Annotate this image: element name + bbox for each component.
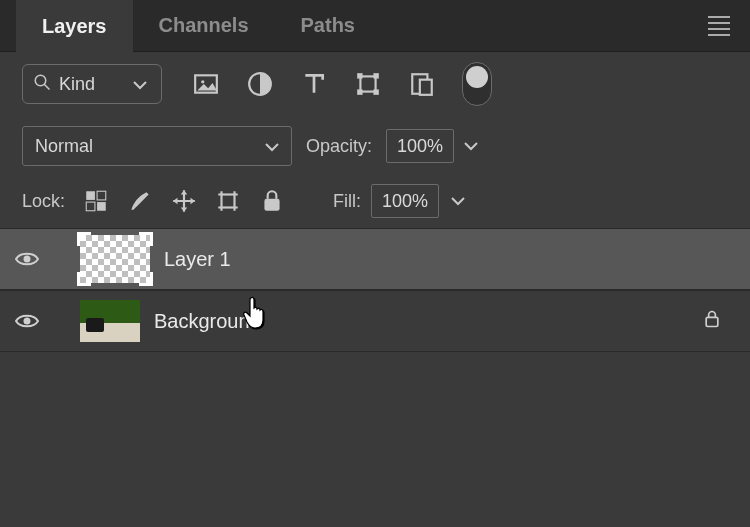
svg-rect-14: [86, 202, 95, 211]
opacity-value-input[interactable]: 100%: [386, 129, 454, 163]
layer-name[interactable]: Layer 1: [164, 248, 730, 271]
tab-paths[interactable]: Paths: [275, 0, 381, 51]
lock-row: Lock: Fill: 100%: [0, 174, 750, 228]
blend-mode-value: Normal: [35, 136, 93, 157]
filter-type-label: Kind: [59, 74, 95, 95]
svg-line-1: [44, 84, 49, 89]
visibility-eye-icon[interactable]: [14, 312, 40, 330]
svg-rect-13: [97, 191, 106, 200]
panel-tabs: Layers Channels Paths: [0, 0, 750, 52]
filter-shape-icon[interactable]: [354, 70, 382, 98]
svg-rect-15: [97, 202, 106, 211]
svg-point-3: [201, 80, 204, 83]
svg-point-18: [24, 256, 31, 263]
lock-artboard-icon[interactable]: [215, 187, 241, 215]
lock-transparent-icon[interactable]: [83, 187, 109, 215]
fill-value-input[interactable]: 100%: [371, 184, 439, 218]
svg-rect-11: [420, 80, 432, 95]
svg-rect-6: [357, 73, 362, 78]
filter-type-text-icon[interactable]: [300, 70, 328, 98]
layer-row[interactable]: Background: [0, 290, 750, 352]
chevron-down-icon: [133, 74, 147, 95]
fill-chevron-icon[interactable]: [449, 194, 467, 208]
svg-rect-5: [360, 76, 375, 91]
search-icon: [33, 73, 51, 96]
lock-all-icon[interactable]: [259, 187, 285, 215]
layer-lock-icon[interactable]: [702, 307, 722, 335]
svg-point-19: [24, 318, 31, 325]
layer-row[interactable]: Layer 1: [0, 228, 750, 290]
tab-layers[interactable]: Layers: [16, 0, 133, 52]
filter-adjustment-icon[interactable]: [246, 70, 274, 98]
svg-rect-12: [86, 191, 95, 200]
layer-thumbnail[interactable]: [80, 300, 140, 342]
chevron-down-icon: [265, 136, 279, 157]
panel-menu-icon[interactable]: [708, 14, 732, 38]
svg-rect-8: [357, 89, 362, 94]
blend-row: Normal Opacity: 100%: [0, 116, 750, 174]
lock-label: Lock:: [22, 191, 65, 212]
lock-position-icon[interactable]: [171, 187, 197, 215]
filter-icons: [192, 62, 492, 106]
fill-label: Fill:: [333, 191, 361, 212]
filter-toggle[interactable]: [462, 62, 492, 106]
lock-brush-icon[interactable]: [127, 187, 153, 215]
layer-thumbnail[interactable]: [80, 235, 150, 283]
opacity-label: Opacity:: [306, 136, 372, 157]
filter-smartobject-icon[interactable]: [408, 70, 436, 98]
tab-channels[interactable]: Channels: [133, 0, 275, 51]
svg-rect-16: [222, 195, 235, 208]
svg-rect-7: [373, 73, 378, 78]
opacity-chevron-icon[interactable]: [462, 139, 480, 153]
svg-rect-20: [706, 317, 718, 326]
filter-row: Kind: [0, 52, 750, 116]
filter-type-dropdown[interactable]: Kind: [22, 64, 162, 104]
svg-point-0: [35, 75, 46, 86]
blend-mode-dropdown[interactable]: Normal: [22, 126, 292, 166]
layer-name[interactable]: Background: [154, 310, 688, 333]
filter-pixel-icon[interactable]: [192, 70, 220, 98]
svg-rect-9: [373, 89, 378, 94]
svg-rect-17: [264, 199, 279, 211]
visibility-eye-icon[interactable]: [14, 250, 40, 268]
